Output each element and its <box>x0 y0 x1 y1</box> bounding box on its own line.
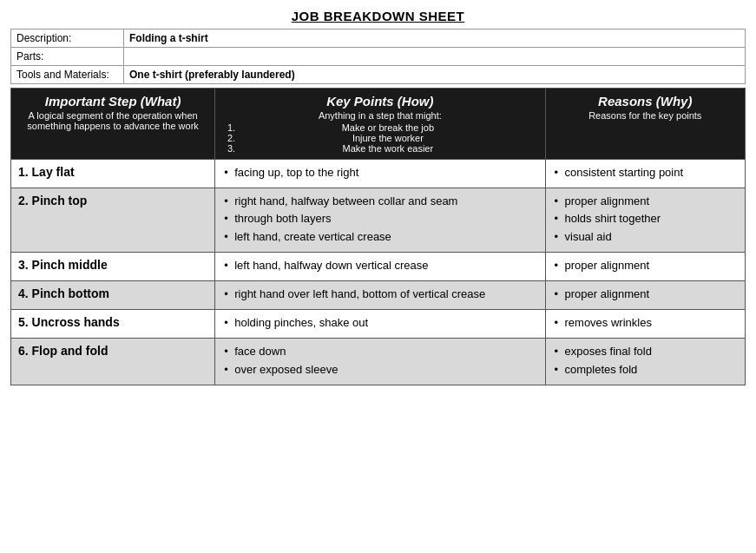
parts-label: Parts: <box>11 48 124 66</box>
list-item: visual aid <box>553 229 739 245</box>
table-row: 6. Flop and foldface downover exposed sl… <box>11 339 746 385</box>
main-table: Important Step (What) A logical segment … <box>10 88 746 385</box>
how-cell: left hand, halfway down vertical crease <box>215 252 545 280</box>
list-item: facing up, top to the right <box>222 165 537 181</box>
list-item: proper alignment <box>553 286 739 302</box>
table-row: 2. Pinch topright hand, halfway between … <box>11 188 746 253</box>
info-table: Description: Folding a t-shirt Parts: To… <box>10 29 746 84</box>
list-item: completes fold <box>553 362 739 378</box>
why-cell: consistent starting point <box>545 160 746 188</box>
why-col-title: Reasons (Why) <box>553 94 739 109</box>
col-step-header: Important Step (What) A logical segment … <box>11 89 215 160</box>
col-why-header: Reasons (Why) Reasons for the key points <box>545 89 746 160</box>
how-col-title: Key Points (How) <box>222 94 537 109</box>
list-item: left hand, create vertical crease <box>222 229 537 245</box>
list-item: right hand, halfway between collar and s… <box>222 194 537 209</box>
list-item: exposes final fold <box>553 344 739 359</box>
col-how-header: Key Points (How) Anything in a step that… <box>215 89 545 160</box>
tools-row: Tools and Materials: One t-shirt (prefer… <box>11 66 746 84</box>
page-title: JOB BREAKDOWN SHEET <box>10 9 746 23</box>
step-col-title: Important Step (What) <box>18 94 207 109</box>
description-label: Description: <box>11 30 124 48</box>
why-cell: proper alignmentholds shirt togethervisu… <box>545 188 746 253</box>
description-value: Folding a t-shirt <box>124 30 746 48</box>
parts-value <box>124 48 746 66</box>
tools-label: Tools and Materials: <box>11 66 124 84</box>
list-item: holding pinches, shake out <box>222 315 537 331</box>
list-item: over exposed sleeve <box>222 362 537 378</box>
why-cell: removes wrinkles <box>545 310 746 339</box>
list-item: through both layers <box>222 211 537 227</box>
table-row: 5. Uncross handsholding pinches, shake o… <box>11 310 746 339</box>
list-item: proper alignment <box>553 258 739 273</box>
table-row: 3. Pinch middleleft hand, halfway down v… <box>11 252 746 280</box>
table-row: 1. Lay flatfacing up, top to the rightco… <box>11 160 746 188</box>
step-cell: 2. Pinch top <box>11 188 215 253</box>
step-cell: 6. Flop and fold <box>11 339 215 385</box>
how-subtitle-list: Make or break the job Injure the worker … <box>222 122 537 154</box>
list-item: consistent starting point <box>553 165 739 181</box>
list-item: holds shirt together <box>553 211 739 227</box>
how-subtitle-item-3: Make the work easier <box>238 143 537 154</box>
why-cell: proper alignment <box>545 280 746 309</box>
step-cell: 4. Pinch bottom <box>11 280 215 309</box>
parts-row: Parts: <box>11 48 746 66</box>
why-cell: exposes final foldcompletes fold <box>545 339 746 385</box>
page: JOB BREAKDOWN SHEET Description: Folding… <box>0 0 756 394</box>
list-item: face down <box>222 344 537 359</box>
how-subtitle-item-2: Injure the worker <box>238 133 537 143</box>
step-cell: 5. Uncross hands <box>11 310 215 339</box>
step-col-subtitle: A logical segment of the operation when … <box>18 110 207 131</box>
how-col-subtitle: Anything in a step that might: Make or b… <box>222 110 537 154</box>
how-cell: right hand, halfway between collar and s… <box>215 188 545 253</box>
why-cell: proper alignment <box>545 252 746 280</box>
header-row: Important Step (What) A logical segment … <box>11 89 746 160</box>
table-row: 4. Pinch bottomright hand over left hand… <box>11 280 746 309</box>
how-cell: face downover exposed sleeve <box>215 339 545 385</box>
description-row: Description: Folding a t-shirt <box>11 30 746 48</box>
step-cell: 1. Lay flat <box>11 160 215 188</box>
why-col-subtitle: Reasons for the key points <box>553 110 739 121</box>
how-cell: holding pinches, shake out <box>215 310 545 339</box>
tools-value: One t-shirt (preferably laundered) <box>124 66 746 84</box>
how-subtitle-intro: Anything in a step that might: <box>319 110 442 121</box>
how-cell: facing up, top to the right <box>215 160 545 188</box>
list-item: removes wrinkles <box>553 315 739 331</box>
list-item: proper alignment <box>553 194 739 209</box>
how-subtitle-item-1: Make or break the job <box>238 122 537 133</box>
step-cell: 3. Pinch middle <box>11 252 215 280</box>
how-cell: right hand over left hand, bottom of ver… <box>215 280 545 309</box>
list-item: left hand, halfway down vertical crease <box>222 258 537 273</box>
list-item: right hand over left hand, bottom of ver… <box>222 286 537 302</box>
